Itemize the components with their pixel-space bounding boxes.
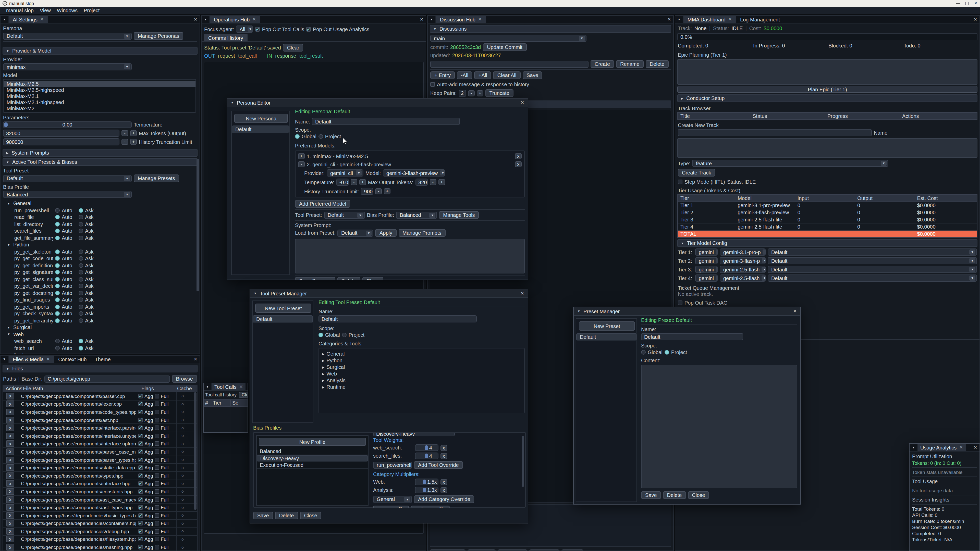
tier-provider-select[interactable]: gemini▼ xyxy=(695,266,718,273)
dialog-close-icon[interactable]: ✕ xyxy=(793,309,797,314)
chevron-down-icon[interactable]: ▼ xyxy=(202,16,210,23)
tier-preset-select[interactable]: Default▼ xyxy=(768,248,977,256)
scope-global-radio[interactable] xyxy=(318,333,323,337)
ask-radio[interactable] xyxy=(78,270,83,275)
ask-radio[interactable] xyxy=(78,339,83,344)
remove-file-button[interactable]: x xyxy=(6,504,14,511)
override-tool-select[interactable]: run_powershell▼ xyxy=(373,462,412,468)
tier-preset-select[interactable]: Default▼ xyxy=(768,266,977,273)
agg-checkbox[interactable] xyxy=(138,410,143,414)
menu-item[interactable]: Windows xyxy=(54,7,81,13)
ask-radio[interactable] xyxy=(78,208,83,213)
keep-pairs-input[interactable]: 2 xyxy=(458,89,466,97)
preset-content-textarea[interactable] xyxy=(641,365,797,488)
tab-close-icon[interactable]: ✕ xyxy=(40,17,44,22)
agg-checkbox[interactable] xyxy=(138,537,143,541)
discussion-select[interactable]: main▼ xyxy=(430,35,587,42)
tier-model-select[interactable]: gemini-2.5-flash▼ xyxy=(720,266,765,273)
message-action-button[interactable]: Inject File xyxy=(497,549,528,551)
agg-checkbox[interactable] xyxy=(138,505,143,510)
auto-radio[interactable] xyxy=(55,298,60,302)
conductor-setup-header[interactable]: ▶Conductor Setup xyxy=(677,94,977,102)
chevron-down-icon[interactable]: ▼ xyxy=(0,356,9,363)
file-row[interactable]: x C:/projects/gencpp/base/dependencies/h… xyxy=(3,544,197,551)
remove-file-button[interactable]: x xyxy=(6,433,14,439)
tab-close-icon[interactable]: ✕ xyxy=(252,17,256,22)
entry-action-button[interactable]: -All xyxy=(457,71,473,79)
update-commit-button[interactable]: Update Commit xyxy=(483,43,527,51)
ask-radio[interactable] xyxy=(78,298,83,302)
keep-pairs-plus-button[interactable]: + xyxy=(476,90,483,96)
ask-radio[interactable] xyxy=(78,346,83,351)
agg-checkbox[interactable] xyxy=(138,433,143,438)
auto-radio[interactable] xyxy=(55,229,60,233)
agg-checkbox[interactable] xyxy=(138,465,143,470)
ask-radio[interactable] xyxy=(78,215,83,220)
entry-action-button[interactable]: +All xyxy=(474,71,491,79)
agg-checkbox[interactable] xyxy=(138,449,143,454)
panel-close-icon[interactable]: ✕ xyxy=(971,16,980,23)
ask-radio[interactable] xyxy=(78,256,83,261)
file-row[interactable]: x C:/projects/gencpp/base/components/typ… xyxy=(3,472,197,480)
tab-operations-hub[interactable]: Operations Hub✕ xyxy=(210,16,260,23)
remove-file-button[interactable]: x xyxy=(6,393,14,400)
new-persona-button[interactable]: New Persona xyxy=(234,114,288,123)
message-action-button[interactable]: -> History xyxy=(530,549,560,551)
chevron-down-icon[interactable]: ▼ xyxy=(428,16,436,23)
remove-model-button[interactable]: x xyxy=(515,153,522,159)
minimize-icon[interactable]: — xyxy=(956,1,960,6)
remove-file-button[interactable]: x xyxy=(6,528,14,535)
remove-file-button[interactable]: x xyxy=(6,536,14,543)
ask-radio[interactable] xyxy=(78,229,83,233)
ask-radio[interactable] xyxy=(78,222,83,227)
menu-item[interactable]: Project xyxy=(81,7,103,13)
agg-checkbox[interactable] xyxy=(138,545,143,549)
auto-radio[interactable] xyxy=(55,270,60,275)
remove-weight-button[interactable]: x xyxy=(441,453,447,459)
tier-model-select[interactable]: gemini-2.5-flash▼ xyxy=(720,275,765,282)
full-checkbox[interactable] xyxy=(155,537,159,541)
agg-checkbox[interactable] xyxy=(138,529,143,534)
file-row[interactable]: x C:/projects/gencpp/base/components/sta… xyxy=(3,464,197,472)
tab-comms-history[interactable]: Comms History xyxy=(204,34,248,41)
pm-maxout-plus-button[interactable]: + xyxy=(438,179,445,185)
category-node[interactable]: ▶Analysis xyxy=(322,377,521,384)
tool-preset-select[interactable]: Default▼ xyxy=(3,175,132,182)
file-row[interactable]: x C:/projects/gencpp/base/components/par… xyxy=(3,456,197,464)
remove-file-button[interactable]: x xyxy=(6,488,14,495)
persona-name-input[interactable]: Default xyxy=(312,118,460,125)
tool-group-header[interactable]: ▼Web xyxy=(7,331,197,338)
remove-file-button[interactable]: x xyxy=(6,401,14,407)
remove-file-button[interactable]: x xyxy=(6,496,14,503)
auto-radio[interactable] xyxy=(55,249,60,254)
save-persona-button[interactable]: Save Persona xyxy=(295,277,335,280)
tier-provider-select[interactable]: gemini▼ xyxy=(695,275,718,282)
tool-group-header[interactable]: ▼General xyxy=(7,200,197,207)
tab-close-icon[interactable]: ✕ xyxy=(959,445,963,450)
full-checkbox[interactable] xyxy=(155,473,159,478)
full-checkbox[interactable] xyxy=(155,481,159,486)
bias-profile-list-item[interactable]: Execution-Focused xyxy=(257,462,368,469)
panel-close-icon[interactable]: ✕ xyxy=(191,16,200,23)
scope-global-radio[interactable] xyxy=(295,134,300,139)
delete-persona-button[interactable]: Delete xyxy=(337,277,360,280)
system-prompts-section-header[interactable]: ▶System Prompts xyxy=(3,149,197,157)
remove-file-button[interactable]: x xyxy=(6,456,14,463)
profile-name-input[interactable]: Discovery-Heavy xyxy=(373,433,455,436)
pm-maxout-minus-button[interactable]: - xyxy=(430,179,436,185)
model-list-item[interactable]: MiniMax-M2.1 xyxy=(3,93,196,99)
agg-checkbox[interactable] xyxy=(138,441,143,446)
slider-handle[interactable] xyxy=(423,480,426,484)
rename-discussion-button[interactable]: Rename xyxy=(616,60,644,68)
auto-radio[interactable] xyxy=(55,311,60,316)
new-preset-button[interactable]: New Preset xyxy=(579,321,635,330)
ask-radio[interactable] xyxy=(78,284,83,289)
auto-radio[interactable] xyxy=(55,277,60,282)
max-tokens-input[interactable]: 32000 xyxy=(3,130,119,137)
full-checkbox[interactable] xyxy=(155,521,159,526)
auto-radio[interactable] xyxy=(55,305,60,309)
auto-radio[interactable] xyxy=(55,215,60,220)
clear-status-button[interactable]: Clear xyxy=(283,44,304,52)
entry-action-button[interactable]: Save xyxy=(522,71,542,79)
file-row[interactable]: x C:/projects/gencpp/base/components/con… xyxy=(3,488,197,495)
